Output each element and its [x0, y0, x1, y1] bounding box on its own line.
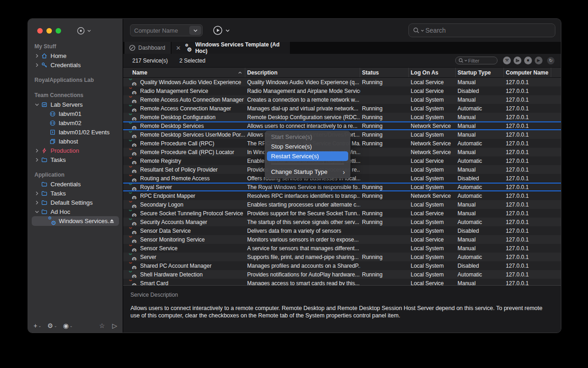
computer-name-dropdown-button[interactable] [189, 26, 201, 35]
table-row-sensor-monitoring-service[interactable]: ⚙⚙ Sensor Monitoring Service Monitors va… [123, 235, 561, 244]
sidebar-item-windows-services[interactable]: ⚙⚙Windows Services... [32, 216, 119, 226]
top-toolbar [123, 19, 561, 42]
chevron-down-icon[interactable] [34, 103, 40, 106]
service-gears-icon: ⚙⚙ [129, 280, 137, 285]
restart-service-button[interactable] [514, 57, 521, 64]
sidebar-item-credentials[interactable]: Credentials [28, 179, 123, 189]
sidebar-item-labhost[interactable]: labhost [28, 137, 123, 146]
add-button[interactable]: +⌄ [34, 322, 41, 329]
search-field [408, 23, 555, 37]
column-header-name[interactable]: Name [123, 68, 245, 77]
service-startup-type: Manual [456, 236, 504, 243]
chevron-right-icon[interactable] [34, 63, 40, 67]
table-row-quality-windows-audio-video-experience[interactable]: ⚙⚙ Quality Windows Audio Video Experienc… [123, 78, 561, 86]
table-row-radio-management-service[interactable]: ⚙⚙ Radio Management Service Radio Manage… [123, 86, 561, 95]
sidebar-item-home[interactable]: Home [28, 51, 123, 60]
settings-button[interactable]: ⚙⌄ [47, 322, 57, 329]
column-header-description[interactable]: Description [245, 68, 360, 77]
service-startup-type: Manual [456, 280, 504, 286]
service-computer-name: 127.0.0.1 [504, 132, 551, 138]
tab-windows-services-template[interactable]: ✕ ⚙⚙ Windows Services Template (Ad Hoc) [171, 42, 290, 54]
service-description: Radio Management and Airplane Mode Servi… [245, 88, 360, 94]
chevron-right-icon[interactable] [34, 158, 40, 162]
close-window-button[interactable] [37, 28, 43, 34]
menu-item-stop-service-s[interactable]: Stop Service(s) [265, 142, 351, 151]
table-row-remote-desktop-configuration[interactable]: ⚙⚙ Remote Desktop Configuration Remote D… [123, 113, 561, 121]
eject-icon[interactable] [109, 218, 114, 224]
tab-bar: Dashboard ✕ ⚙⚙ Windows Services Template… [123, 42, 561, 54]
sidebar-item-default-settings[interactable]: Default Settings [28, 198, 123, 207]
table-row-server[interactable]: ⚙⚙ Server Supports file, print, and name… [123, 253, 561, 261]
table-row-rpc-endpoint-mapper[interactable]: ⚙⚙ RPC Endpoint Mapper Resolves RPC inte… [123, 191, 561, 200]
sidebar-item-ad-hoc[interactable]: Ad Hoc [28, 207, 123, 216]
service-description: The Royal Windows Service is responsible… [245, 184, 360, 190]
connect-play-button[interactable]: ▷ [112, 322, 117, 329]
table-row-shared-pc-account-manager[interactable]: ⚙⚙ Shared PC Account Manager Manages pro… [123, 261, 561, 270]
sidebar-item-labvm01-02-events[interactable]: labvm01/02 Events [28, 127, 123, 137]
minimize-window-button[interactable] [46, 28, 52, 34]
table-row-remote-desktop-services[interactable]: ⚙⚙ Remote Desktop Services Allows users … [123, 121, 561, 130]
column-header-logonas[interactable]: Log On As [409, 68, 456, 77]
table-row-shell-hardware-detection[interactable]: ⚙⚙ Shell Hardware Detection Provides not… [123, 270, 561, 279]
execute-button[interactable] [213, 25, 230, 35]
service-logon: Local System [409, 105, 456, 112]
sidebar-item-credentials[interactable]: Credentials [28, 60, 123, 69]
chevron-right-icon[interactable] [34, 149, 40, 153]
service-computer-name: 127.0.0.1 [504, 210, 551, 217]
chevron-right-icon[interactable] [34, 201, 40, 205]
sidebar-item-lab-servers[interactable]: Lab Servers [28, 100, 123, 109]
table-row-secure-socket-tunneling-protocol-service[interactable]: ⚙⚙ Secure Socket Tunneling Protocol Serv… [123, 209, 561, 218]
table-row-smart-card[interactable]: ⚙⚙ Smart Card Manages access to smart ca… [123, 279, 561, 285]
filter-input[interactable] [468, 58, 494, 63]
app-menu-button[interactable] [77, 27, 91, 35]
tab-dashboard[interactable]: Dashboard [124, 42, 171, 54]
service-description: The startup of this service signals othe… [245, 219, 360, 225]
folder-icon [40, 157, 48, 163]
wrench-service-button[interactable]: ⚒ [503, 57, 511, 64]
chevron-right-icon[interactable] [34, 191, 40, 196]
stop-service-button[interactable]: ■ [524, 57, 532, 64]
menu-item-change-startup-type[interactable]: Change Startup Type› [265, 167, 351, 177]
service-startup-type: Manual [456, 245, 504, 252]
sidebar-item-production[interactable]: Production [28, 146, 123, 155]
sort-ascending-icon [238, 71, 242, 74]
service-startup-type: Manual [456, 201, 504, 208]
service-name: Remote Desktop Configuration [140, 114, 215, 121]
service-name: Radio Management Service [140, 88, 208, 94]
sidebar-item-labvm01[interactable]: labvm01 [28, 109, 123, 118]
sidebar-tree: My StuffHomeCredentialsRoyalApplications… [28, 35, 123, 226]
menu-item-label: Restart Service(s) [271, 153, 319, 160]
sidebar-section-my-stuff: My Stuff [28, 42, 123, 51]
play-service-button[interactable]: ▶ [535, 57, 543, 64]
service-gears-icon: ⚙⚙ [129, 271, 137, 278]
sidebar-item-tasks[interactable]: Tasks [28, 189, 123, 198]
actions-button[interactable]: ◉⌄ [63, 322, 73, 329]
column-header-status[interactable]: Status [360, 68, 409, 77]
zoom-window-button[interactable] [56, 28, 61, 34]
close-tab-icon[interactable]: ✕ [176, 45, 181, 52]
table-row-secondary-logon[interactable]: ⚙⚙ Secondary Logon Enables starting proc… [123, 200, 561, 209]
table-row-sensor-service[interactable]: ⚙⚙ Sensor Service A service for sensors … [123, 244, 561, 253]
column-header-startuptype[interactable]: Startup Type [456, 68, 504, 77]
table-row-security-accounts-manager[interactable]: ⚙⚙ Security Accounts Manager The startup… [123, 218, 561, 226]
sidebar-item-label: Tasks [51, 190, 66, 197]
table-row-sensor-data-service[interactable]: ⚙⚙ Sensor Data Service Delivers data fro… [123, 226, 561, 235]
table-row-remote-access-connection-manager[interactable]: ⚙⚙ Remote Access Connection Manager Mana… [123, 104, 561, 113]
favorite-star-button[interactable]: ☆ [99, 322, 105, 329]
menu-item-restart-service-s[interactable]: Restart Service(s) [267, 151, 348, 161]
service-logon: Local System [409, 175, 456, 182]
chevron-down-icon[interactable] [34, 210, 40, 213]
column-header-computername[interactable]: Computer Name [504, 68, 551, 77]
table-row-royal-server[interactable]: ⚙⚙ Royal Server The Royal Windows Servic… [123, 183, 561, 191]
column-header-spacer [551, 68, 561, 77]
sidebar-item-tasks[interactable]: Tasks [28, 155, 123, 164]
search-input[interactable] [425, 27, 551, 34]
service-description: Allows users to connect interactively to… [245, 123, 360, 129]
table-row-remote-access-auto-connection-manager[interactable]: ⚙⚙ Remote Access Auto Connection Manager… [123, 95, 561, 104]
computer-name-input[interactable] [130, 27, 189, 34]
service-startup-type: Disabled [456, 175, 504, 182]
sidebar-item-labvm02[interactable]: labvm02 [28, 118, 123, 127]
gears-icon: ⚙⚙ [185, 45, 192, 51]
chevron-right-icon[interactable] [34, 54, 40, 58]
refresh-service-button[interactable]: ↻ [547, 57, 554, 64]
